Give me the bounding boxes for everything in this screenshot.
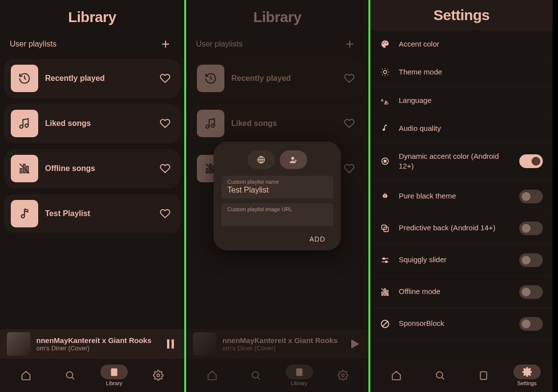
svg-point-3 <box>25 124 28 127</box>
music-icon <box>11 110 38 137</box>
invert-icon <box>380 192 390 201</box>
nav-settings[interactable] <box>136 365 180 386</box>
add-playlist-button[interactable] <box>341 35 359 53</box>
settings-list: Accent colorTheme modeaあLanguageAudio qu… <box>370 30 553 392</box>
toggle[interactable] <box>519 317 543 331</box>
playlist-url-field[interactable]: Custom playlist image URL <box>221 203 333 226</box>
nowplaying-subtitle: om's Diner (Cover) <box>36 344 158 352</box>
setting-row[interactable]: Audio quality <box>370 115 553 143</box>
list-item[interactable]: Recently played <box>190 59 364 98</box>
setting-label: Accent color <box>399 39 543 49</box>
nav-settings[interactable] <box>321 365 364 386</box>
toggle[interactable] <box>519 154 543 168</box>
panel-library-modal: Library User playlists Recently played L… <box>184 0 368 392</box>
history-icon <box>197 65 224 92</box>
playlist-name-input[interactable] <box>227 186 327 195</box>
segment-import[interactable] <box>247 150 275 169</box>
favorite-button[interactable] <box>341 115 358 132</box>
sliders-icon <box>380 255 390 265</box>
svg-point-28 <box>384 71 387 74</box>
pause-button[interactable] <box>164 337 177 351</box>
album-art <box>193 332 217 356</box>
nowplaying-meta: nnenMayKantereit x Giant Rooks om's Dine… <box>222 336 342 352</box>
favorite-button[interactable] <box>341 160 358 177</box>
svg-text:a: a <box>381 97 384 102</box>
setting-row[interactable]: Theme mode <box>370 58 553 86</box>
playlist-label: Test Playlist <box>45 209 150 218</box>
nav-library[interactable]: Library <box>277 362 321 389</box>
playlist-label: Recently played <box>231 74 334 83</box>
setting-label: Dynamic accent color (Android 12+) <box>399 151 510 172</box>
setting-label: Pure black theme <box>399 191 510 201</box>
favorite-button[interactable] <box>157 115 173 132</box>
nav-search[interactable] <box>48 365 92 386</box>
svg-point-2 <box>20 125 23 128</box>
nowplaying-bar[interactable]: nnenMayKantereit x Giant Rooks om's Dine… <box>0 329 184 359</box>
favorite-button[interactable] <box>157 160 173 177</box>
favorite-button[interactable] <box>341 70 358 87</box>
nav-search[interactable] <box>418 365 461 386</box>
favorite-button[interactable] <box>157 70 173 87</box>
toggle[interactable] <box>519 190 543 203</box>
note-icon <box>11 200 38 227</box>
section-header: User playlists <box>186 30 368 59</box>
playlist-label: Recently played <box>45 74 150 83</box>
playlist-url-input[interactable] <box>227 213 327 222</box>
playlist-name-field[interactable]: Custom playlist name <box>221 176 333 198</box>
setting-row[interactable]: Dynamic accent color (Android 12+) <box>370 143 553 181</box>
setting-row[interactable]: aあLanguage <box>370 87 553 115</box>
setting-row[interactable]: Predictive back (Android 14+) <box>370 213 553 245</box>
nowplaying-bar[interactable]: nnenMayKantereit x Giant Rooks om's Dine… <box>186 329 368 359</box>
nav-home[interactable] <box>4 365 48 386</box>
setting-label: Squiggly slider <box>399 255 510 265</box>
setting-label: Offline mode <box>399 287 510 296</box>
nav-search[interactable] <box>234 365 277 386</box>
add-playlist-button[interactable] <box>157 35 174 53</box>
list-item[interactable]: Offline songs <box>4 149 180 188</box>
page-title: Library <box>186 0 368 30</box>
section-header: User playlists <box>0 30 184 59</box>
setting-row[interactable]: Accent color <box>370 30 553 58</box>
favorite-button[interactable] <box>157 205 173 222</box>
svg-point-27 <box>386 43 387 44</box>
setting-row[interactable]: SponsorBlock <box>370 308 553 340</box>
library-icon <box>478 370 489 381</box>
section-label: User playlists <box>10 40 56 49</box>
list-item[interactable]: Recently played <box>4 59 180 98</box>
nav-settings[interactable]: Settings <box>505 362 549 389</box>
play-button[interactable] <box>348 337 362 351</box>
list-item[interactable]: Liked songs <box>4 104 180 143</box>
search-icon <box>65 370 75 381</box>
svg-point-40 <box>384 160 387 163</box>
list-item[interactable]: Liked songs <box>190 104 364 143</box>
nav-library[interactable]: Library <box>92 362 136 389</box>
bottom-nav: Library <box>0 359 184 392</box>
setting-row[interactable]: Offline mode <box>370 276 553 308</box>
svg-point-45 <box>383 258 385 259</box>
list-item[interactable]: Test Playlist <box>4 194 180 233</box>
gear-icon <box>522 367 533 377</box>
nav-home[interactable] <box>374 365 418 386</box>
nowplaying-meta: nnenMayKantereit x Giant Rooks om's Dine… <box>36 336 158 352</box>
page-title: Library <box>0 0 184 30</box>
setting-row[interactable]: Pure black theme <box>370 181 553 213</box>
brightness-icon <box>380 67 390 77</box>
nowplaying-title: nnenMayKantereit x Giant Rooks <box>36 336 158 344</box>
segment-custom[interactable] <box>280 150 307 169</box>
playlist-label: Offline songs <box>45 164 150 173</box>
toggle[interactable] <box>519 253 543 267</box>
toggle[interactable] <box>519 221 543 235</box>
setting-row[interactable]: Squiggly slider <box>370 245 553 276</box>
offline-icon <box>380 287 390 297</box>
nav-home[interactable] <box>190 365 234 386</box>
gear-icon <box>153 370 164 381</box>
palette-icon <box>380 39 390 49</box>
toggle[interactable] <box>519 285 543 299</box>
page-title: Settings <box>370 0 553 30</box>
home-icon <box>391 370 402 381</box>
playlist-label: Liked songs <box>231 119 334 128</box>
add-button[interactable]: ADD <box>306 235 328 244</box>
nav-library[interactable] <box>461 365 505 386</box>
offline-icon <box>11 155 38 182</box>
add-playlist-modal: Custom playlist name Custom playlist ima… <box>214 142 341 250</box>
